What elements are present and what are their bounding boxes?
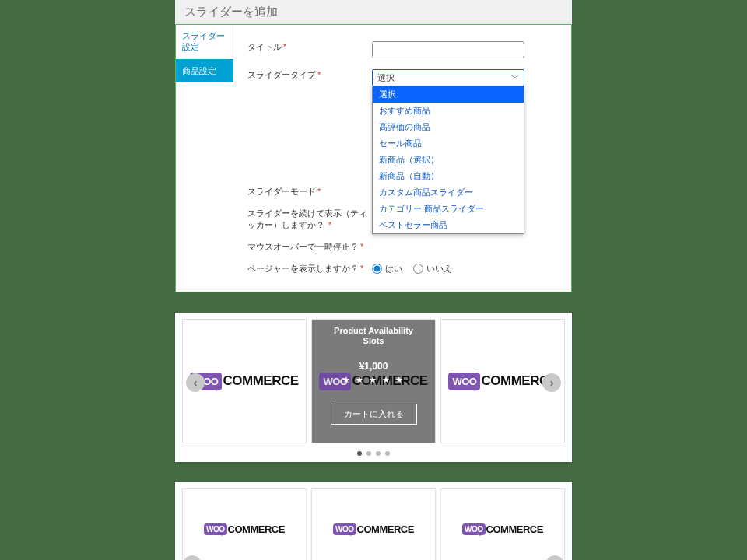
slider-type-option[interactable]: カテゴリー 商品スライダー xyxy=(373,201,524,217)
required-mark: * xyxy=(283,42,286,51)
pager-radio-yes-input[interactable] xyxy=(372,264,382,274)
slider-type-label: スライダータイプ xyxy=(247,70,316,79)
admin-add-slider-panel: スライダーを追加 スライダー設定 商品設定 タイトル* スライダータイプ* 選択… xyxy=(175,0,572,292)
overlay-star-rating: ★ ★ ★ ★ ★ xyxy=(342,375,405,385)
product-carousel-card-demo: ‹ › WOOCOMMERCE★ ★ ★ ★ ★カートに入れるWooCommer… xyxy=(175,482,572,560)
slider-type-option[interactable]: おすすめ商品 xyxy=(373,103,524,119)
required-mark: * xyxy=(360,242,363,251)
product-carousel-overlay-demo: ‹ › WOOCOMMERCE WOOCOMMERCE Product Avai… xyxy=(175,313,572,462)
product-card[interactable]: WOOCOMMERCE★ ★ ★ ★ ★カートに入れるPaywall for W… xyxy=(440,488,565,560)
product-card-hovered[interactable]: WOOCOMMERCE Product AvailabilitySlots ¥1… xyxy=(311,319,436,443)
tab-slider-settings[interactable]: スライダー設定 xyxy=(176,24,233,59)
pager-radio-no[interactable]: いいえ xyxy=(413,263,452,275)
carousel-prev-button[interactable]: ‹ xyxy=(186,373,205,392)
required-mark: * xyxy=(317,187,321,196)
title-input[interactable] xyxy=(372,41,524,58)
slider-mode-label: スライダーモード xyxy=(247,187,316,196)
woocommerce-logo: WOOCOMMERCE xyxy=(204,523,285,535)
woocommerce-logo: WOOCOMMERCE xyxy=(448,373,556,390)
pager-radio-yes[interactable]: はい xyxy=(372,263,402,275)
required-mark: * xyxy=(317,70,321,79)
overlay-price: ¥1,000 xyxy=(359,361,388,372)
pager-dot[interactable] xyxy=(357,451,362,456)
title-label: タイトル xyxy=(247,42,282,51)
slider-type-select[interactable]: 選択 ﹀ xyxy=(372,69,524,86)
woocommerce-logo: WOOCOMMERCE xyxy=(190,373,298,390)
settings-form: タイトル* スライダータイプ* 選択 ﹀ 選択おすすめ商品高評価の商品セール商品… xyxy=(233,24,571,292)
carousel-pager-dots[interactable] xyxy=(181,451,566,456)
product-overlay: Product AvailabilitySlots ¥1,000 ★ ★ ★ ★… xyxy=(312,320,435,443)
required-mark: * xyxy=(328,220,331,229)
slider-type-option[interactable]: 選択 xyxy=(373,86,524,103)
slider-type-selected-value: 選択 xyxy=(377,72,395,84)
woocommerce-logo: WOOCOMMERCE xyxy=(462,523,543,535)
pager-radio-no-input[interactable] xyxy=(413,264,423,274)
chevron-down-icon: ﹀ xyxy=(511,72,519,83)
slider-type-option[interactable]: 新商品（自動） xyxy=(373,168,524,184)
tab-product-settings[interactable]: 商品設定 xyxy=(176,59,233,82)
slider-type-option[interactable]: ベストセラー商品 xyxy=(373,217,524,233)
product-card[interactable]: WOOCOMMERCE★ ★ ★ ★ ★カートに入れるWooCommerceのト… xyxy=(182,488,307,560)
carousel-next-button[interactable]: › xyxy=(542,373,561,392)
hover-pause-label: マウスオーバーで一時停止？ xyxy=(247,242,359,251)
slider-type-option[interactable]: 高評価の商品 xyxy=(373,119,524,135)
pager-dot[interactable] xyxy=(385,451,390,456)
settings-tabs: スライダー設定 商品設定 xyxy=(176,24,233,292)
required-mark: * xyxy=(360,264,363,273)
panel-heading: スライダーを追加 xyxy=(175,0,572,24)
slider-type-option[interactable]: カスタム商品スライダー xyxy=(373,184,524,201)
product-card[interactable]: WOOCOMMERCE★ ★ ★ ★ ★カートに入れるフローティングカート fo… xyxy=(311,488,436,560)
pager-dot[interactable] xyxy=(366,451,371,456)
slider-type-option[interactable]: 新商品（選択） xyxy=(373,152,524,168)
slider-type-option[interactable]: セール商品 xyxy=(373,135,524,152)
slider-type-dropdown[interactable]: 選択おすすめ商品高評価の商品セール商品新商品（選択）新商品（自動）カスタム商品ス… xyxy=(372,86,524,234)
add-to-cart-button[interactable]: カートに入れる xyxy=(331,404,417,425)
pager-dot[interactable] xyxy=(376,451,381,456)
pager-label: ページャーを表示しますか？ xyxy=(247,264,359,273)
ticker-label: スライダーを続けて表示（ティッカー）しますか？ xyxy=(247,208,367,229)
woocommerce-logo: WOOCOMMERCE xyxy=(333,523,414,535)
